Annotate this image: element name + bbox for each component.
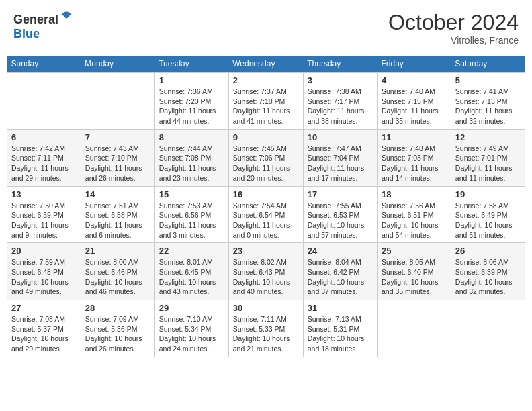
- week-row-4: 20Sunrise: 7:59 AMSunset: 6:48 PMDayligh…: [7, 243, 525, 300]
- day-number: 25: [382, 246, 447, 256]
- calendar-cell: [81, 73, 154, 130]
- logo-general: General: [13, 13, 58, 26]
- day-info: Sunrise: 8:00 AMSunset: 6:46 PMDaylight:…: [85, 257, 150, 297]
- day-info: Sunrise: 7:36 AMSunset: 7:20 PMDaylight:…: [159, 87, 224, 126]
- calendar-cell: 26Sunrise: 8:06 AMSunset: 6:39 PMDayligh…: [451, 243, 525, 300]
- calendar-cell: 5Sunrise: 7:41 AMSunset: 7:13 PMDaylight…: [451, 73, 525, 130]
- day-info: Sunrise: 8:05 AMSunset: 6:40 PMDaylight:…: [382, 257, 447, 297]
- day-number: 4: [382, 75, 447, 85]
- calendar-cell: 15Sunrise: 7:53 AMSunset: 6:56 PMDayligh…: [154, 186, 228, 243]
- day-info: Sunrise: 7:40 AMSunset: 7:15 PMDaylight:…: [382, 87, 447, 126]
- day-number: 13: [11, 189, 77, 199]
- day-header-thursday: Thursday: [303, 56, 377, 73]
- calendar-cell: 24Sunrise: 8:04 AMSunset: 6:42 PMDayligh…: [303, 243, 377, 300]
- day-info: Sunrise: 8:02 AMSunset: 6:43 PMDaylight:…: [233, 257, 299, 297]
- day-number: 9: [233, 132, 299, 142]
- day-info: Sunrise: 7:58 AMSunset: 6:49 PMDaylight:…: [455, 201, 521, 240]
- day-info: Sunrise: 7:38 AMSunset: 7:17 PMDaylight:…: [308, 87, 373, 126]
- day-header-monday: Monday: [81, 56, 154, 73]
- day-info: Sunrise: 7:53 AMSunset: 6:56 PMDaylight:…: [159, 201, 224, 240]
- calendar-cell: 23Sunrise: 8:02 AMSunset: 6:43 PMDayligh…: [228, 243, 303, 300]
- day-number: 12: [455, 132, 521, 142]
- calendar-cell: 8Sunrise: 7:44 AMSunset: 7:08 PMDaylight…: [154, 129, 228, 186]
- day-number: 5: [455, 75, 521, 85]
- calendar-cell: 4Sunrise: 7:40 AMSunset: 7:15 PMDaylight…: [377, 73, 451, 130]
- calendar-cell: [451, 300, 525, 357]
- day-info: Sunrise: 7:49 AMSunset: 7:01 PMDaylight:…: [455, 144, 521, 183]
- day-number: 31: [308, 303, 373, 313]
- day-info: Sunrise: 7:45 AMSunset: 7:06 PMDaylight:…: [233, 144, 299, 183]
- calendar-cell: 13Sunrise: 7:50 AMSunset: 6:59 PMDayligh…: [7, 186, 81, 243]
- day-info: Sunrise: 8:01 AMSunset: 6:45 PMDaylight:…: [159, 257, 224, 297]
- day-info: Sunrise: 7:11 AMSunset: 5:33 PMDaylight:…: [233, 314, 299, 354]
- day-number: 10: [308, 132, 373, 142]
- logo-bird-icon: [60, 10, 73, 24]
- calendar-cell: 28Sunrise: 7:09 AMSunset: 5:36 PMDayligh…: [81, 300, 154, 357]
- day-number: 22: [159, 246, 224, 256]
- calendar-cell: 11Sunrise: 7:48 AMSunset: 7:03 PMDayligh…: [377, 129, 451, 186]
- calendar-cell: 29Sunrise: 7:10 AMSunset: 5:34 PMDayligh…: [154, 300, 228, 357]
- calendar-cell: 25Sunrise: 8:05 AMSunset: 6:40 PMDayligh…: [377, 243, 451, 300]
- day-number: 16: [233, 189, 299, 199]
- calendar-cell: 9Sunrise: 7:45 AMSunset: 7:06 PMDaylight…: [228, 129, 303, 186]
- day-header-friday: Friday: [377, 56, 451, 73]
- week-row-3: 13Sunrise: 7:50 AMSunset: 6:59 PMDayligh…: [7, 186, 525, 243]
- logo-text: General Blue: [13, 10, 73, 41]
- day-info: Sunrise: 7:56 AMSunset: 6:51 PMDaylight:…: [382, 201, 447, 240]
- logo-blue: Blue: [13, 27, 40, 40]
- calendar-cell: 3Sunrise: 7:38 AMSunset: 7:17 PMDaylight…: [303, 73, 377, 130]
- day-header-tuesday: Tuesday: [154, 56, 228, 73]
- calendar-cell: 2Sunrise: 7:37 AMSunset: 7:18 PMDaylight…: [228, 73, 303, 130]
- calendar-cell: 16Sunrise: 7:54 AMSunset: 6:54 PMDayligh…: [228, 186, 303, 243]
- calendar-cell: 20Sunrise: 7:59 AMSunset: 6:48 PMDayligh…: [7, 243, 81, 300]
- day-number: 14: [85, 189, 150, 199]
- day-number: 2: [233, 75, 299, 85]
- calendar-cell: 31Sunrise: 7:13 AMSunset: 5:31 PMDayligh…: [303, 300, 377, 357]
- day-number: 29: [159, 303, 224, 313]
- week-row-2: 6Sunrise: 7:42 AMSunset: 7:11 PMDaylight…: [7, 129, 525, 186]
- day-info: Sunrise: 7:09 AMSunset: 5:36 PMDaylight:…: [85, 314, 150, 354]
- calendar-table: SundayMondayTuesdayWednesdayThursdayFrid…: [7, 56, 525, 357]
- day-info: Sunrise: 7:55 AMSunset: 6:53 PMDaylight:…: [308, 201, 373, 240]
- month-title: October 2024: [388, 10, 519, 35]
- day-header-wednesday: Wednesday: [228, 56, 303, 73]
- day-info: Sunrise: 7:44 AMSunset: 7:08 PMDaylight:…: [159, 144, 224, 183]
- location-text: Vitrolles, France: [388, 35, 519, 46]
- calendar-cell: [7, 73, 81, 130]
- day-info: Sunrise: 7:10 AMSunset: 5:34 PMDaylight:…: [159, 314, 224, 354]
- day-number: 28: [85, 303, 150, 313]
- day-info: Sunrise: 7:41 AMSunset: 7:13 PMDaylight:…: [455, 87, 521, 126]
- calendar-cell: 6Sunrise: 7:42 AMSunset: 7:11 PMDaylight…: [7, 129, 81, 186]
- day-number: 23: [233, 246, 299, 256]
- calendar-cell: 19Sunrise: 7:58 AMSunset: 6:49 PMDayligh…: [451, 186, 525, 243]
- calendar-cell: 21Sunrise: 8:00 AMSunset: 6:46 PMDayligh…: [81, 243, 154, 300]
- logo: General Blue: [13, 10, 73, 41]
- day-info: Sunrise: 7:37 AMSunset: 7:18 PMDaylight:…: [233, 87, 299, 126]
- day-number: 26: [455, 246, 521, 256]
- calendar-cell: [377, 300, 451, 357]
- day-info: Sunrise: 7:13 AMSunset: 5:31 PMDaylight:…: [308, 314, 373, 354]
- day-number: 18: [382, 189, 447, 199]
- day-number: 1: [159, 75, 224, 85]
- day-number: 30: [233, 303, 299, 313]
- day-number: 8: [159, 132, 224, 142]
- day-number: 27: [11, 303, 77, 313]
- day-number: 20: [11, 246, 77, 256]
- day-info: Sunrise: 8:06 AMSunset: 6:39 PMDaylight:…: [455, 257, 521, 297]
- title-section: October 2024 Vitrolles, France: [388, 10, 519, 46]
- calendar-cell: 22Sunrise: 8:01 AMSunset: 6:45 PMDayligh…: [154, 243, 228, 300]
- calendar-cell: 7Sunrise: 7:43 AMSunset: 7:10 PMDaylight…: [81, 129, 154, 186]
- day-header-saturday: Saturday: [451, 56, 525, 73]
- day-info: Sunrise: 7:54 AMSunset: 6:54 PMDaylight:…: [233, 201, 299, 240]
- day-info: Sunrise: 8:04 AMSunset: 6:42 PMDaylight:…: [308, 257, 373, 297]
- day-number: 7: [85, 132, 150, 142]
- day-number: 3: [308, 75, 373, 85]
- day-info: Sunrise: 7:43 AMSunset: 7:10 PMDaylight:…: [85, 144, 150, 183]
- day-number: 6: [11, 132, 77, 142]
- calendar-cell: 17Sunrise: 7:55 AMSunset: 6:53 PMDayligh…: [303, 186, 377, 243]
- calendar-cell: 18Sunrise: 7:56 AMSunset: 6:51 PMDayligh…: [377, 186, 451, 243]
- day-info: Sunrise: 7:47 AMSunset: 7:04 PMDaylight:…: [308, 144, 373, 183]
- day-header-sunday: Sunday: [7, 56, 81, 73]
- day-info: Sunrise: 7:48 AMSunset: 7:03 PMDaylight:…: [382, 144, 447, 183]
- calendar-cell: 30Sunrise: 7:11 AMSunset: 5:33 PMDayligh…: [228, 300, 303, 357]
